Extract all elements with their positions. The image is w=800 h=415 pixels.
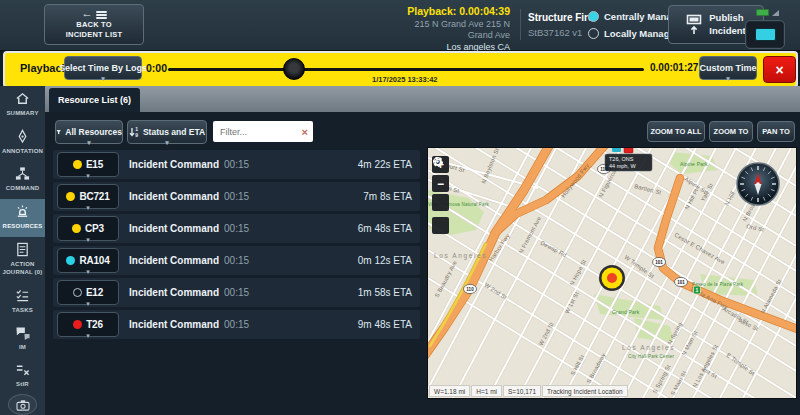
- custom-time-button[interactable]: Custom Time ▾: [699, 56, 757, 80]
- unit-button-cp3[interactable]: CP3▾: [57, 216, 119, 241]
- playback-info: Playback: 0.00:04:39 215 N Grand Ave 215…: [393, 5, 510, 54]
- select-time-label: Select Time By Logs: [59, 63, 147, 73]
- resource-list: E15▾Incident Command00:154m 22s ETABC721…: [53, 150, 420, 342]
- unit-label: BC721: [79, 191, 109, 202]
- status-dot: [66, 192, 75, 201]
- zoom-to-button[interactable]: ZOOM TO: [709, 121, 753, 142]
- unit-button-e12[interactable]: E12▾: [57, 280, 119, 305]
- sidebar-item-action[interactable]: ACTION JOURNAL (0): [0, 237, 45, 283]
- sidebar-item-label: COMMAND: [6, 184, 39, 193]
- tab-strip: Resource List (6): [45, 86, 800, 112]
- resource-eta: 0m 12s ETA: [358, 246, 412, 275]
- tasks-icon: [15, 288, 30, 306]
- radio-unselected-icon: [588, 28, 599, 39]
- list-icon: [96, 10, 107, 20]
- map-street-label: Alpine Park: [680, 161, 708, 167]
- sidebar-item-resources[interactable]: RESOURCES: [0, 199, 45, 237]
- chat-icon: [15, 326, 31, 343]
- close-icon: ×: [775, 62, 783, 78]
- sidebar-item-im[interactable]: IM: [0, 321, 45, 358]
- select-time-by-logs-button[interactable]: Select Time By Logs ▾: [64, 56, 142, 80]
- all-resources-button[interactable]: All Resources ▾: [55, 120, 123, 144]
- resource-row-bc721: BC721▾Incident Command00:157m 8s ETA: [53, 182, 420, 211]
- camera-button[interactable]: [8, 394, 37, 415]
- playback-slider-track[interactable]: [168, 68, 644, 71]
- unit-label: CP3: [85, 223, 104, 234]
- chevron-down-icon: ▾: [86, 269, 90, 275]
- device-button[interactable]: [746, 21, 784, 48]
- zoom-to-all-button[interactable]: ZOOM TO ALL: [647, 121, 705, 142]
- status-and-eta-button[interactable]: 1 9 Status and ETA ▾: [127, 120, 207, 144]
- gear-icon: [432, 156, 444, 168]
- unit-button-bc721[interactable]: BC721▾: [57, 184, 119, 209]
- incident-playback-app: ← BACK TO INCIDENT LIST Playback: 0.00:0…: [0, 0, 800, 415]
- incident-address: 215 N Grand Ave 215 N Grand Ave: [393, 19, 510, 42]
- radio-selected-icon: [588, 11, 599, 22]
- unit-button-t26[interactable]: T26▾: [57, 312, 119, 337]
- status-dot: [72, 224, 81, 233]
- chevron-down-icon: ▾: [86, 205, 90, 211]
- sidebar-item-annotation[interactable]: ANNOTATION: [0, 124, 45, 162]
- compass-icon[interactable]: [737, 163, 779, 205]
- device-status: [746, 2, 788, 48]
- chevron-down-icon: ▾: [86, 173, 90, 179]
- map-status-chip: Tracking Incident Location: [542, 385, 628, 397]
- highway-shield: 101: [655, 260, 663, 265]
- sidebar-item-stir[interactable]: StIR: [0, 358, 45, 395]
- left-sidebar: SUMMARYANNOTATIONCOMMANDRESOURCESACTION …: [0, 86, 45, 415]
- filter-funnel-icon: [56, 127, 61, 137]
- all-resources-label: All Resources: [65, 127, 122, 137]
- playback-slider-handle[interactable]: [283, 58, 305, 80]
- sidebar-item-label: IM: [19, 343, 26, 352]
- sidebar-item-command[interactable]: COMMAND: [0, 161, 45, 199]
- incident-block: Structure Fire StB37162 v1: [528, 11, 594, 39]
- resource-status: Incident Command00:15: [129, 150, 249, 179]
- transit-marker: 1: [696, 287, 699, 293]
- unit-button-e15[interactable]: E15▾: [57, 152, 119, 177]
- resource-status: Incident Command00:15: [129, 246, 249, 275]
- resource-timer: 00:15: [224, 255, 249, 266]
- resource-row-t26: T26▾Incident Command00:159m 48s ETA: [53, 310, 420, 339]
- vehicle-tooltip-line1: T26, ONS: [609, 156, 634, 162]
- chevron-down-icon: ▾: [726, 76, 730, 82]
- unit-label: T26: [86, 319, 103, 330]
- sidebar-item-label: RESOURCES: [3, 222, 43, 231]
- map-status-chip: H=1 mi: [471, 385, 502, 397]
- incident-map[interactable]: +− W=1.18 miH=1 miS=10,171Tracking Incid…: [428, 148, 796, 398]
- sort-icon: 1 9: [129, 127, 139, 138]
- back-arrow-icon: ←: [81, 7, 92, 19]
- incident-marker[interactable]: [599, 265, 625, 291]
- playback-current-datetime: 1/17/2025 13:33:42: [372, 75, 437, 84]
- resource-row-ra104: RA104▾Incident Command00:150m 12s ETA: [53, 246, 420, 275]
- playback-bar: Playback Select Time By Logs ▾ 0:00 1/17…: [3, 51, 798, 88]
- map-street-label: Los Angeles: [434, 252, 487, 260]
- map-street-label: City Hall Park Center: [628, 354, 675, 359]
- playback-end-time: 0.00:01:27: [650, 62, 698, 73]
- close-playback-button[interactable]: ×: [763, 56, 796, 83]
- pan-to-button[interactable]: PAN TO: [757, 121, 795, 142]
- button-label: ZOOM TO: [714, 127, 749, 136]
- unit-button-ra104[interactable]: RA104▾: [57, 248, 119, 273]
- sidebar-item-summary[interactable]: SUMMARY: [0, 86, 45, 124]
- divider: [520, 9, 521, 40]
- tab-resource-list[interactable]: Resource List (6): [49, 88, 140, 112]
- filter-input[interactable]: [218, 126, 302, 138]
- back-to-incident-list-button[interactable]: ← BACK TO INCIDENT LIST: [44, 4, 144, 45]
- sidebar-item-tasks[interactable]: TASKS: [0, 283, 45, 321]
- journal-icon: [15, 242, 30, 260]
- zoom-out-button[interactable]: −: [432, 175, 449, 192]
- sidebar-item-label: ANNOTATION: [2, 147, 43, 156]
- top-bar: ← BACK TO INCIDENT LIST Playback: 0.00:0…: [0, 0, 800, 52]
- map-status-chip: S=10,171: [503, 385, 541, 397]
- camera-icon: [16, 399, 30, 411]
- command-icon: [15, 166, 30, 184]
- button-label: ZOOM TO ALL: [650, 127, 701, 136]
- playback-time: Playback: 0.00:04:39: [393, 5, 510, 19]
- clear-filter-icon[interactable]: ×: [302, 126, 308, 138]
- playback-start-time: 0:00: [146, 62, 167, 74]
- home-icon: [15, 91, 30, 109]
- locate-button[interactable]: [432, 194, 449, 211]
- map-settings-button[interactable]: [432, 217, 449, 234]
- chevron-down-icon: ▾: [86, 333, 90, 339]
- button-label: PAN TO: [762, 127, 790, 136]
